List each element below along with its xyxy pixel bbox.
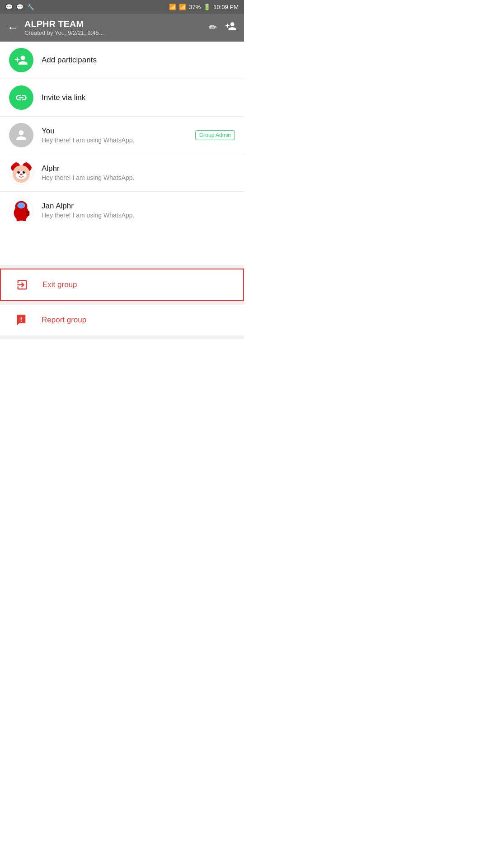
svg-point-5 [23, 171, 25, 174]
status-bar-left-icons: 💬 💬 🔧 [5, 4, 34, 10]
signal-icon: 📶 [179, 4, 186, 10]
battery-percent: 37% [189, 4, 201, 10]
alphr-item[interactable]: Alphr Hey there! I am using WhatsApp. [0, 154, 244, 192]
wifi-icon: 📶 [169, 4, 176, 10]
svg-point-4 [17, 171, 20, 174]
you-name: You [42, 127, 187, 136]
header-title-area: ALPHR TEAM Created by You, 9/2/21, 9:45.… [24, 19, 202, 36]
you-item[interactable]: You Hey there! I am using WhatsApp. Grou… [0, 117, 244, 154]
wechat-icon: 💬 [5, 4, 13, 10]
add-participants-label: Add participants [42, 56, 235, 65]
svg-point-9 [15, 164, 17, 165]
you-avatar [9, 123, 33, 147]
messenger-icon: 💬 [16, 4, 23, 10]
add-participants-item[interactable]: Add participants [0, 42, 244, 79]
invite-link-item[interactable]: Invite via link [0, 79, 244, 117]
jan-alphr-item[interactable]: Jan Alphr Hey there! I am using WhatsApp… [0, 192, 244, 229]
svg-point-8 [20, 174, 23, 175]
alphr-avatar [9, 160, 33, 185]
time-display: 10:09 PM [213, 4, 239, 10]
report-group-item[interactable]: Report group [0, 305, 244, 335]
group-name: ALPHR TEAM [24, 19, 202, 29]
svg-rect-14 [16, 218, 20, 221]
add-participants-avatar [9, 48, 33, 72]
exit-group-wrapper: Exit group [0, 269, 244, 301]
you-text: You Hey there! I am using WhatsApp. [42, 127, 187, 144]
you-status: Hey there! I am using WhatsApp. [42, 137, 187, 144]
svg-rect-13 [26, 211, 30, 216]
edit-icon[interactable]: ✏ [209, 22, 217, 33]
section-divider-3 [0, 335, 244, 339]
back-button[interactable]: ← [7, 21, 18, 34]
report-group-icon [9, 314, 33, 326]
group-admin-badge: Group Admin [195, 130, 235, 140]
report-group-label: Report group [42, 316, 86, 325]
exit-group-icon [10, 278, 34, 291]
header: ← ALPHR TEAM Created by You, 9/2/21, 9:4… [0, 14, 244, 42]
add-participant-icon[interactable] [225, 20, 237, 35]
jan-alphr-avatar [9, 198, 33, 222]
settings-icon: 🔧 [27, 4, 34, 10]
group-subtitle: Created by You, 9/2/21, 9:45... [24, 29, 202, 36]
svg-point-6 [19, 171, 19, 172]
section-divider-1 [0, 265, 244, 269]
exit-group-item[interactable]: Exit group [1, 269, 243, 300]
exit-group-label: Exit group [42, 280, 77, 289]
svg-point-12 [17, 203, 25, 208]
invite-link-label: Invite via link [42, 93, 235, 102]
svg-rect-15 [23, 218, 26, 221]
alphr-name: Alphr [42, 164, 235, 173]
svg-point-7 [24, 171, 25, 172]
add-participants-text: Add participants [42, 56, 235, 65]
participants-list: Add participants Invite via link You Hey… [0, 42, 244, 229]
status-bar-right: 📶 📶 37% 🔋 10:09 PM [169, 4, 239, 10]
section-divider-2 [0, 301, 244, 305]
alphr-status: Hey there! I am using WhatsApp. [42, 174, 235, 181]
status-bar: 💬 💬 🔧 📶 📶 37% 🔋 10:09 PM [0, 0, 244, 14]
invite-link-text: Invite via link [42, 93, 235, 102]
battery-icon: 🔋 [203, 4, 211, 10]
jan-alphr-status: Hey there! I am using WhatsApp. [42, 212, 235, 219]
invite-link-avatar [9, 85, 33, 110]
jan-alphr-text: Jan Alphr Hey there! I am using WhatsApp… [42, 202, 235, 219]
alphr-text: Alphr Hey there! I am using WhatsApp. [42, 164, 235, 181]
jan-alphr-name: Jan Alphr [42, 202, 235, 211]
header-actions: ✏ [209, 20, 237, 35]
